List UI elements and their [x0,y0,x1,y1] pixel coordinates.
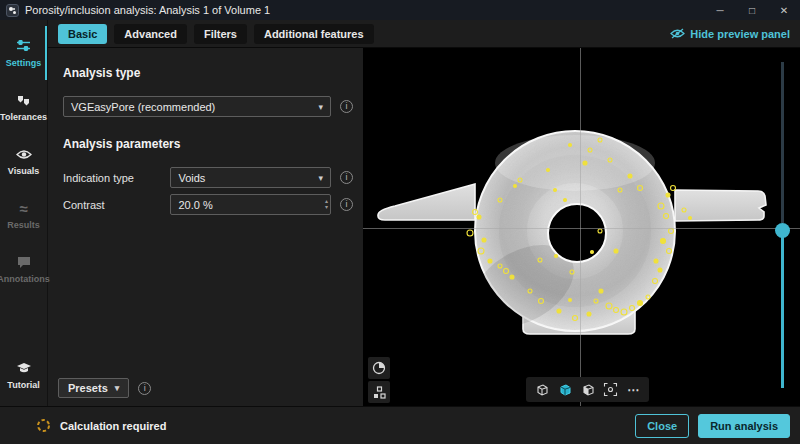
chevron-down-icon: ▾ [115,383,120,393]
hide-preview-panel-link[interactable]: Hide preview panel [670,28,790,40]
view-toolbar: ⋯ [526,377,649,402]
indication-type-label: Indication type [63,172,170,184]
tab-advanced[interactable]: Advanced [114,24,187,44]
porosity-analysis-dialog: Porosity/inclusion analysis: Analysis 1 … [0,0,800,444]
preview-panel: ⋯ [363,48,800,406]
analysis-parameters-heading: Analysis parameters [63,137,353,151]
minimize-button[interactable]: ─ [704,0,736,20]
tolerances-icon [16,92,32,108]
chevron-down-icon: ▾ [318,173,323,183]
hide-preview-panel-label: Hide preview panel [690,28,790,40]
indication-type-value: Voids [178,172,205,184]
sidebar-item-label: Settings [6,58,42,68]
fit-view-button[interactable] [602,381,619,398]
cube-wireframe-icon [534,382,549,397]
tab-basic[interactable]: Basic [58,24,107,44]
cube-solid-icon [557,382,572,397]
ct-slice-image [363,48,800,406]
settings-sliders-icon [16,38,31,54]
sidebar-item-label: Tutorial [7,380,39,390]
cube-mixed-icon [580,382,595,397]
sidebar-item-annotations[interactable]: Annotations [0,242,47,296]
presets-label: Presets [68,382,108,394]
info-icon[interactable] [340,198,353,211]
info-icon[interactable] [340,171,353,184]
sidebar: Settings Tolerances Visuals ≈ Results [0,20,48,406]
tab-additional-features[interactable]: Additional features [254,24,374,44]
more-icon: ⋯ [627,383,640,397]
fit-view-icon [603,382,618,397]
eye-slash-icon [670,28,685,39]
settings-form: Analysis type VGEasyPore (recommended) ▾… [48,48,363,406]
porosity-app-icon [6,4,19,17]
crosshair-horizontal-line[interactable] [363,228,800,229]
view-combined-button[interactable] [579,381,596,398]
rendering-settings-button[interactable] [368,357,390,379]
sidebar-item-settings[interactable]: Settings [0,26,47,80]
sidebar-item-tutorial[interactable]: Tutorial [0,348,47,402]
info-icon[interactable] [340,100,353,113]
scene-layout-button[interactable] [368,381,390,403]
analysis-type-heading: Analysis type [63,66,353,80]
sidebar-item-label: Results [7,220,40,230]
sidebar-item-tolerances[interactable]: Tolerances [0,80,47,134]
chevron-down-icon: ▾ [318,102,323,112]
slider-track-upper[interactable] [781,62,784,223]
sidebar-item-label: Visuals [8,166,39,176]
render-mode-icon [372,361,386,375]
contrast-input[interactable]: 20.0 % ▴ ▾ [170,194,331,215]
view-2d-slice-button[interactable] [556,381,573,398]
annotations-bubble-icon [17,254,31,270]
slider-track-lower[interactable] [781,237,784,388]
crosshair-vertical-line[interactable] [580,48,581,406]
indication-type-dropdown[interactable]: Voids ▾ [170,167,331,188]
eye-icon [16,146,32,162]
sidebar-item-label: Annotations [0,274,50,284]
view-3d-wireframe-button[interactable] [533,381,550,398]
contrast-value: 20.0 % [178,199,325,211]
sidebar-item-results[interactable]: ≈ Results [0,188,47,242]
analysis-type-value: VGEasyPore (recommended) [71,101,215,113]
tab-bar: Basic Advanced Filters Additional featur… [48,20,800,48]
results-wave-icon: ≈ [19,200,27,216]
window-title: Porosity/inclusion analysis: Analysis 1 … [25,4,270,16]
more-options-button[interactable]: ⋯ [625,381,642,398]
title-bar: Porosity/inclusion analysis: Analysis 1 … [0,0,800,20]
tab-filters[interactable]: Filters [194,24,247,44]
close-button[interactable]: Close [635,414,689,438]
info-icon[interactable] [138,382,151,395]
analysis-type-dropdown[interactable]: VGEasyPore (recommended) ▾ [63,96,331,117]
presets-button[interactable]: Presets ▾ [58,378,129,398]
sidebar-item-visuals[interactable]: Visuals [0,134,47,188]
status-text: Calculation required [60,420,166,432]
slider-handle[interactable] [775,223,790,238]
maximize-button[interactable]: □ [736,0,768,20]
graduation-cap-icon [16,360,32,376]
slice-slider [773,48,791,406]
contrast-label: Contrast [63,199,170,211]
calculation-required-icon [36,418,51,433]
scene-tree-icon [373,386,386,399]
sidebar-item-label: Tolerances [0,112,47,122]
spinner-down-icon[interactable]: ▾ [325,205,328,211]
run-analysis-button[interactable]: Run analysis [698,414,790,438]
close-window-button[interactable]: ✕ [768,0,800,20]
status-bar: Calculation required Close Run analysis [0,406,800,444]
